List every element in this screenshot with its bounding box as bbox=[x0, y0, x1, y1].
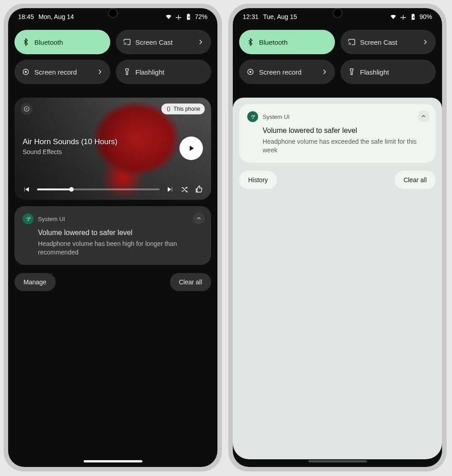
phone-icon bbox=[166, 106, 171, 112]
record-icon bbox=[22, 68, 30, 76]
notification-card[interactable]: System UI Volume lowered to safer level … bbox=[239, 104, 436, 163]
status-time: 18:45 bbox=[18, 13, 34, 20]
battery-icon bbox=[185, 13, 192, 20]
media-progress[interactable] bbox=[37, 189, 160, 190]
manage-label: Manage bbox=[24, 278, 47, 286]
qs-flashlight[interactable]: Flashlight bbox=[340, 60, 436, 84]
media-output-label: This phone bbox=[174, 106, 200, 112]
shuffle-icon[interactable] bbox=[180, 185, 188, 193]
camera-cutout bbox=[333, 8, 343, 18]
qs-bluetooth-label: Bluetooth bbox=[259, 38, 287, 46]
status-battery: 72% bbox=[195, 13, 207, 20]
nav-handle[interactable] bbox=[84, 460, 142, 462]
qs-flashlight-label: Flashlight bbox=[360, 68, 389, 76]
notification-body: Headphone volume has exceeded the safe l… bbox=[263, 137, 428, 155]
manage-button[interactable]: Manage bbox=[14, 273, 56, 291]
phone-dark: 18:45 Mon, Aug 14 72% Bluetooth bbox=[4, 4, 222, 471]
qs-cast-label: Screen Cast bbox=[136, 38, 173, 46]
clear-all-button[interactable]: Clear all bbox=[395, 171, 436, 189]
notification-title: Volume lowered to safer level bbox=[263, 127, 428, 135]
next-icon[interactable] bbox=[166, 185, 174, 193]
phone-light: 12:31 Tue, Aug 15 90% Bluetooth bbox=[228, 4, 447, 471]
notification-body: Headphone volume has been high for longe… bbox=[38, 240, 203, 257]
svg-rect-3 bbox=[167, 107, 170, 111]
cast-icon bbox=[123, 38, 131, 46]
battery-icon bbox=[410, 13, 417, 20]
qs-record-label: Screen record bbox=[34, 68, 77, 76]
notification-card[interactable]: System UI Volume lowered to safer level … bbox=[14, 206, 211, 265]
qs-flashlight-label: Flashlight bbox=[136, 68, 165, 76]
status-date: Mon, Aug 14 bbox=[38, 13, 74, 20]
chevron-right-icon bbox=[421, 38, 429, 46]
media-title: Air Horn Sounds (10 Hours) bbox=[23, 137, 166, 146]
chevron-right-icon bbox=[96, 68, 104, 76]
collapse-button[interactable] bbox=[193, 212, 205, 224]
qs-screen-record[interactable]: Screen record bbox=[14, 60, 110, 84]
play-button[interactable] bbox=[179, 137, 203, 160]
previous-icon[interactable] bbox=[23, 185, 31, 193]
history-label: History bbox=[248, 176, 268, 184]
notification-app-name: System UI bbox=[38, 216, 65, 222]
svg-point-1 bbox=[25, 71, 27, 73]
qs-screen-cast[interactable]: Screen Cast bbox=[116, 30, 212, 54]
status-time: 12:31 bbox=[243, 13, 259, 20]
qs-cast-label: Screen Cast bbox=[360, 38, 398, 46]
svg-point-5 bbox=[250, 71, 252, 73]
flashlight-icon bbox=[348, 68, 356, 76]
airplane-icon bbox=[400, 13, 407, 20]
qs-record-label: Screen record bbox=[259, 68, 301, 76]
qs-bluetooth[interactable]: Bluetooth bbox=[14, 30, 110, 54]
play-icon bbox=[187, 144, 196, 153]
cast-icon bbox=[348, 38, 356, 46]
media-subtitle: Sound Effects bbox=[23, 148, 166, 156]
history-button[interactable]: History bbox=[239, 171, 277, 189]
notification-shade: System UI Volume lowered to safer level … bbox=[233, 98, 442, 459]
clear-all-label: Clear all bbox=[404, 176, 427, 184]
qs-flashlight[interactable]: Flashlight bbox=[116, 60, 212, 84]
nav-handle[interactable] bbox=[308, 460, 367, 462]
flashlight-icon bbox=[123, 68, 131, 76]
thumbs-up-icon[interactable] bbox=[195, 185, 203, 193]
wifi-icon bbox=[390, 13, 397, 20]
hearing-icon bbox=[247, 111, 258, 122]
status-battery: 90% bbox=[419, 13, 432, 20]
qs-bluetooth-label: Bluetooth bbox=[34, 38, 63, 46]
notification-app-name: System UI bbox=[263, 113, 290, 120]
qs-screen-cast[interactable]: Screen Cast bbox=[340, 30, 436, 54]
notification-title: Volume lowered to safer level bbox=[38, 229, 203, 237]
media-source-icon[interactable] bbox=[21, 103, 33, 115]
collapse-button[interactable] bbox=[418, 110, 429, 122]
camera-cutout bbox=[108, 8, 118, 18]
clear-all-button[interactable]: Clear all bbox=[170, 273, 211, 291]
status-date: Tue, Aug 15 bbox=[263, 13, 297, 20]
qs-bluetooth[interactable]: Bluetooth bbox=[239, 30, 335, 54]
media-player-card[interactable]: This phone Air Horn Sounds (10 Hours) So… bbox=[14, 98, 211, 200]
chevron-right-icon bbox=[320, 68, 329, 76]
clear-all-label: Clear all bbox=[179, 278, 202, 286]
bluetooth-icon bbox=[246, 38, 254, 46]
wifi-icon bbox=[165, 13, 172, 20]
qs-screen-record[interactable]: Screen record bbox=[239, 60, 335, 84]
chevron-right-icon bbox=[197, 38, 205, 46]
hearing-icon bbox=[23, 213, 33, 224]
media-output-chip[interactable]: This phone bbox=[161, 104, 205, 114]
airplane-icon bbox=[175, 13, 182, 20]
bluetooth-icon bbox=[22, 38, 30, 46]
record-icon bbox=[246, 68, 254, 76]
